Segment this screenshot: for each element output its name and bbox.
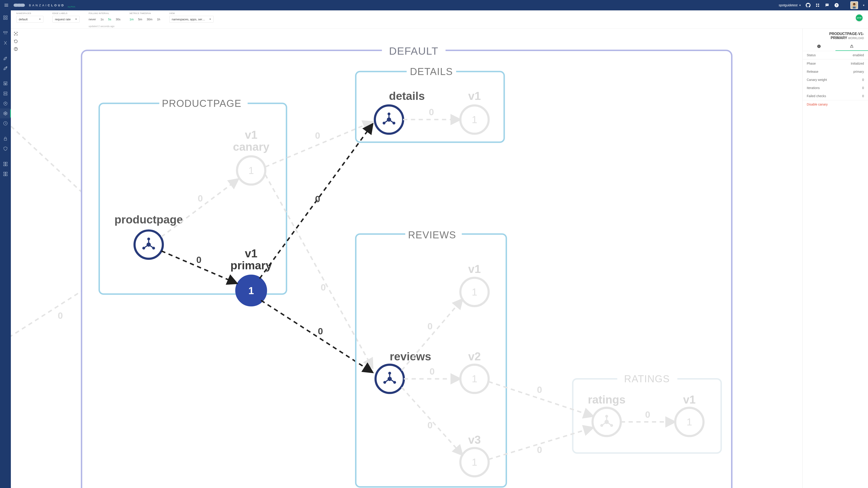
menu-icon[interactable] <box>3 2 9 8</box>
user-avatar[interactable] <box>850 1 858 9</box>
brand-text: BANZAICLOUD <box>29 4 65 7</box>
svg-rect-5 <box>827 4 827 5</box>
svg-rect-2 <box>816 6 817 7</box>
org-name: spotguidetest <box>779 3 798 7</box>
chevron-down-icon[interactable]: ▼ <box>863 4 865 6</box>
svg-rect-3 <box>818 6 819 7</box>
org-selector[interactable]: spotguidetest ▼ <box>779 3 801 7</box>
svg-point-4 <box>828 4 828 5</box>
alpha-badge: ALPHA <box>68 6 75 8</box>
logo: BANZAICLOUD ALPHA <box>13 2 75 8</box>
cloud-icon <box>13 4 25 7</box>
app-bar: BANZAICLOUD ALPHA spotguidetest ▼ ? ▼ <box>0 0 868 10</box>
github-icon[interactable] <box>806 3 811 8</box>
chevron-down-icon: ▼ <box>799 4 801 6</box>
svg-rect-1 <box>818 4 819 5</box>
svg-text:?: ? <box>836 4 837 7</box>
svg-rect-0 <box>816 4 817 5</box>
feedback-icon[interactable] <box>825 3 830 8</box>
svg-rect-10 <box>853 6 856 8</box>
help-icon[interactable]: ? <box>834 3 839 8</box>
slack-icon[interactable] <box>815 3 820 8</box>
